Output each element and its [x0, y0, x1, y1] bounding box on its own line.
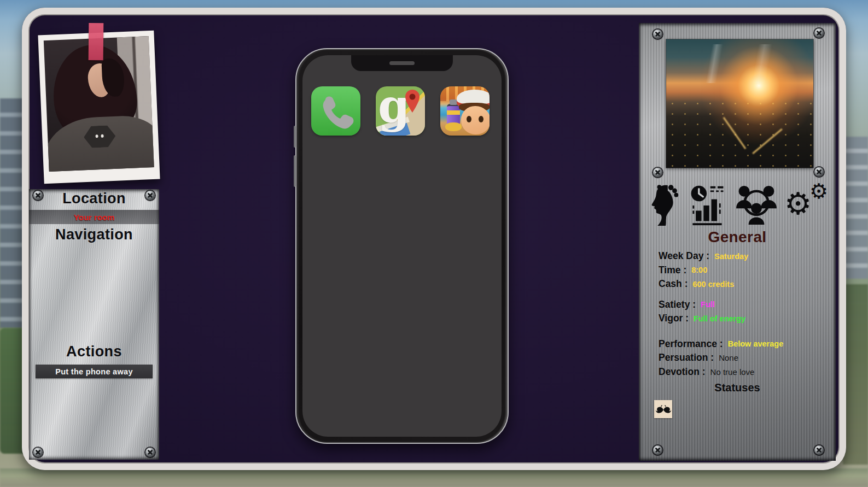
stat-label: Vigor :	[659, 313, 689, 324]
background-building	[844, 137, 868, 279]
stat-row: Cash : 600 credits	[659, 277, 823, 291]
stat-value: No true love	[710, 367, 755, 377]
info-tabs: ⚙ ⚙	[650, 183, 828, 227]
stat-row: Vigor : Full of energy	[659, 312, 823, 326]
phone-notch	[351, 55, 453, 71]
relationships-icon[interactable]	[733, 185, 779, 225]
screw-icon	[653, 30, 662, 39]
phone-speaker	[389, 61, 415, 65]
location-title: Location	[29, 190, 159, 207]
city-road-light	[752, 128, 783, 154]
current-location: Your room	[29, 210, 159, 224]
pink-tape-icon	[89, 23, 104, 60]
character-face	[461, 106, 490, 134]
maps-app-icon[interactable]: g	[376, 86, 425, 136]
volume-button	[294, 155, 296, 187]
stat-value: 600 credits	[692, 280, 734, 289]
shirt-patch	[83, 125, 116, 148]
left-sidebar: Location Your room Navigation Actions Pu…	[29, 189, 159, 460]
stat-value: Full	[701, 300, 715, 309]
stat-label: Week Day :	[659, 250, 709, 262]
general-title: General	[639, 228, 836, 246]
statistics-icon[interactable]	[686, 184, 728, 226]
game-window: Location Your room Navigation Actions Pu…	[22, 8, 846, 470]
stat-label: Devotion :	[659, 366, 706, 378]
mustache-status-icon	[654, 400, 672, 418]
screw-icon	[814, 167, 824, 177]
woman-profile-icon[interactable]	[650, 184, 681, 226]
spray-can-band	[447, 110, 460, 115]
phone-app-icon[interactable]	[311, 86, 360, 136]
stat-value: Below average	[728, 339, 784, 348]
stat-row: Time : 8:00	[659, 263, 823, 278]
actions-title: Actions	[29, 343, 159, 360]
navigation-title: Navigation	[29, 226, 159, 243]
map-pin-icon	[404, 90, 421, 113]
stat-label: Time :	[659, 265, 686, 276]
settings-gears-icon[interactable]: ⚙ ⚙	[784, 184, 828, 226]
stat-row: Persuation : None	[659, 351, 823, 365]
background-trees	[843, 284, 868, 465]
stat-value: Full of energy	[694, 314, 745, 323]
statuses-title: Statuses	[639, 382, 836, 394]
stat-value: None	[719, 353, 738, 362]
location-photo	[666, 39, 813, 168]
stat-label: Performance :	[659, 338, 723, 350]
stat-row: Satiety : Full	[659, 298, 823, 312]
background-road	[0, 468, 868, 487]
stat-row: Performance : Below average	[659, 337, 823, 351]
stats-list: Week Day : Saturday Time : 8:00 Cash : 6…	[659, 249, 823, 385]
screw-icon	[145, 448, 155, 457]
volume-button	[294, 126, 296, 148]
right-sidebar: ⚙ ⚙ General Week Day : Saturday Time : 8…	[639, 23, 836, 461]
phone-screen: g	[302, 55, 502, 437]
character-portrait[interactable]	[38, 31, 160, 184]
stat-value: 8:00	[691, 266, 707, 274]
stat-label: Persuation :	[659, 352, 714, 363]
screw-icon	[653, 445, 662, 455]
subway-surfers-app-icon[interactable]	[440, 86, 490, 136]
screw-icon	[33, 448, 43, 457]
screw-icon	[653, 168, 662, 177]
stat-row: Week Day : Saturday	[659, 249, 823, 263]
spray-can-cap	[450, 99, 457, 105]
stat-row: Devotion : No true love	[659, 365, 823, 379]
app-grid: g	[311, 86, 490, 136]
put-phone-away-button[interactable]: Put the phone away	[36, 365, 153, 378]
stat-value: Saturday	[714, 252, 748, 261]
screw-icon	[814, 28, 824, 38]
screw-icon	[814, 445, 824, 455]
phone: g	[295, 48, 509, 444]
stat-label: Cash :	[659, 278, 688, 290]
phone-handset-glyph	[311, 86, 360, 136]
city-road-light	[723, 117, 747, 149]
stat-label: Satiety :	[659, 299, 696, 310]
character-glove	[445, 122, 462, 131]
